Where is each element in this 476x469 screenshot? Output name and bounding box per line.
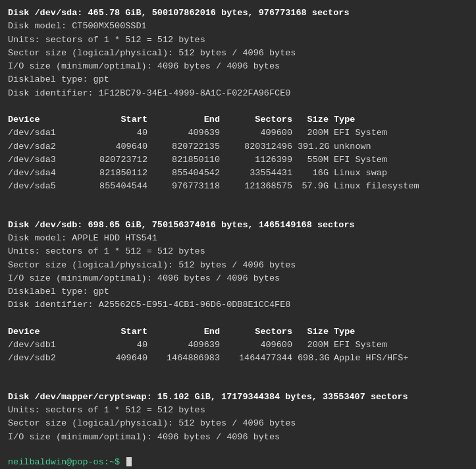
table-row: /dev/sda1 40 409639 409600 200M EFI Syst… bbox=[8, 126, 468, 140]
sdb-header: Disk /dev/sdb: 698.65 GiB, 750156374016 … bbox=[8, 219, 468, 232]
sdb1-sectors: 409600 bbox=[225, 339, 298, 352]
prompt-text: neilbaldwin@pop-os:~$ bbox=[8, 457, 120, 467]
table-row: /dev/sda5 855404544 976773118 121368575 … bbox=[8, 180, 468, 193]
sda-section: Disk /dev/sda: 465.78 GiB, 500107862016 … bbox=[8, 7, 468, 194]
col-header-end: End bbox=[153, 325, 225, 339]
sdb-units: Units: sectors of 1 * 512 = 512 bytes bbox=[8, 245, 468, 258]
cursor-block bbox=[126, 457, 132, 466]
sda5-sectors: 121368575 bbox=[225, 180, 298, 193]
sda-identifier: Disk identifier: 1F12BC79-34E1-4999-8A1C… bbox=[8, 87, 468, 100]
sda3-sectors: 1126399 bbox=[225, 153, 298, 167]
cryptswap-header: Disk /dev/mapper/cryptswap: 15.102 GiB, … bbox=[8, 391, 468, 404]
sda4-end: 855404542 bbox=[153, 167, 225, 180]
col-header-type: Type bbox=[334, 113, 355, 126]
sda1-type: EFI System bbox=[334, 126, 387, 140]
sda4-device: /dev/sda4 bbox=[8, 167, 80, 180]
sdb-table-header: Device Start End Sectors Size Type bbox=[8, 325, 468, 339]
sda1-sectors: 409600 bbox=[225, 126, 298, 140]
sdb2-end: 1464886983 bbox=[153, 352, 225, 365]
sda5-end: 976773118 bbox=[153, 180, 225, 193]
sda-io-size: I/O size (minimum/optimal): 4096 bytes /… bbox=[8, 60, 468, 73]
sda2-sectors: 820312496 bbox=[225, 140, 298, 153]
sda3-size: 550M bbox=[298, 153, 334, 167]
sda3-type: EFI System bbox=[334, 153, 387, 167]
sda2-end: 820722135 bbox=[153, 140, 225, 153]
sda-table-header: Device Start End Sectors Size Type bbox=[8, 113, 468, 126]
col-header-sectors: Sectors bbox=[225, 325, 298, 339]
sda5-start: 855404544 bbox=[80, 180, 153, 193]
sda3-end: 821850110 bbox=[153, 153, 225, 167]
sda-sector-size: Sector size (logical/physical): 512 byte… bbox=[8, 47, 468, 60]
sdb1-device: /dev/sdb1 bbox=[8, 339, 80, 352]
sdb-sector-size: Sector size (logical/physical): 512 byte… bbox=[8, 259, 468, 272]
cryptswap-sector-size: Sector size (logical/physical): 512 byte… bbox=[8, 417, 468, 430]
table-row: /dev/sda3 820723712 821850110 1126399 55… bbox=[8, 153, 468, 167]
sda-disklabel: Disklabel type: gpt bbox=[8, 73, 468, 86]
col-header-type: Type bbox=[334, 325, 355, 339]
sda1-start: 40 bbox=[80, 126, 153, 140]
sdb-identifier: Disk identifier: A25562C5-E951-4CB1-96D6… bbox=[8, 298, 468, 312]
sda2-size: 391.2G bbox=[298, 140, 334, 153]
table-row: /dev/sda4 821850112 855404542 33554431 1… bbox=[8, 167, 468, 180]
sda1-size: 200M bbox=[298, 126, 334, 140]
sdb1-type: EFI System bbox=[334, 339, 387, 352]
table-row: /dev/sdb1 40 409639 409600 200M EFI Syst… bbox=[8, 339, 468, 352]
sda2-type: unknown bbox=[334, 140, 371, 153]
col-header-device: Device bbox=[8, 113, 80, 126]
sda4-sectors: 33554431 bbox=[225, 167, 298, 180]
sda4-type: Linux swap bbox=[334, 167, 387, 180]
table-row: /dev/sda2 409640 820722135 820312496 391… bbox=[8, 140, 468, 153]
sda-header: Disk /dev/sda: 465.78 GiB, 500107862016 … bbox=[8, 7, 468, 20]
sda1-end: 409639 bbox=[153, 126, 225, 140]
sda2-device: /dev/sda2 bbox=[8, 140, 80, 153]
col-header-sectors: Sectors bbox=[225, 113, 298, 126]
sdb2-start: 409640 bbox=[80, 352, 153, 365]
sda-model: Disk model: CT500MX500SSD1 bbox=[8, 20, 468, 33]
sdb1-start: 40 bbox=[80, 339, 153, 352]
sda3-device: /dev/sda3 bbox=[8, 153, 80, 167]
cryptswap-io-size: I/O size (minimum/optimal): 4096 bytes /… bbox=[8, 431, 468, 444]
sdb-section: Disk /dev/sdb: 698.65 GiB, 750156374016 … bbox=[8, 206, 468, 366]
sda2-start: 409640 bbox=[80, 140, 153, 153]
sda1-device: /dev/sda1 bbox=[8, 126, 80, 140]
col-header-size: Size bbox=[298, 325, 334, 339]
sdb-disklabel: Disklabel type: gpt bbox=[8, 285, 468, 298]
col-header-end: End bbox=[153, 113, 225, 126]
sdb2-type: Apple HFS/HFS+ bbox=[334, 352, 408, 365]
sdb2-device: /dev/sdb2 bbox=[8, 352, 80, 365]
col-header-size: Size bbox=[298, 113, 334, 126]
table-row: /dev/sdb2 409640 1464886983 1464477344 6… bbox=[8, 352, 468, 365]
sdb2-size: 698.3G bbox=[298, 352, 334, 365]
sda5-size: 57.9G bbox=[298, 180, 334, 193]
sda4-start: 821850112 bbox=[80, 167, 153, 180]
sdb-io-size: I/O size (minimum/optimal): 4096 bytes /… bbox=[8, 272, 468, 285]
cryptswap-units: Units: sectors of 1 * 512 = 512 bytes bbox=[8, 404, 468, 417]
sdb2-sectors: 1464477344 bbox=[225, 352, 298, 365]
sdb1-size: 200M bbox=[298, 339, 334, 352]
sda5-type: Linux filesystem bbox=[334, 180, 419, 193]
col-header-device: Device bbox=[8, 325, 80, 339]
sda3-start: 820723712 bbox=[80, 153, 153, 167]
sda4-size: 16G bbox=[298, 167, 334, 180]
sdb1-end: 409639 bbox=[153, 339, 225, 352]
terminal-output: Disk /dev/sda: 465.78 GiB, 500107862016 … bbox=[8, 7, 468, 469]
terminal-prompt: neilbaldwin@pop-os:~$ bbox=[8, 456, 468, 469]
col-header-start: Start bbox=[80, 325, 153, 339]
sda-units: Units: sectors of 1 * 512 = 512 bytes bbox=[8, 34, 468, 47]
sdb-model: Disk model: APPLE HDD HTS541 bbox=[8, 232, 468, 245]
cryptswap-section: Disk /dev/mapper/cryptswap: 15.102 GiB, … bbox=[8, 377, 468, 444]
col-header-start: Start bbox=[80, 113, 153, 126]
sda5-device: /dev/sda5 bbox=[8, 180, 80, 193]
